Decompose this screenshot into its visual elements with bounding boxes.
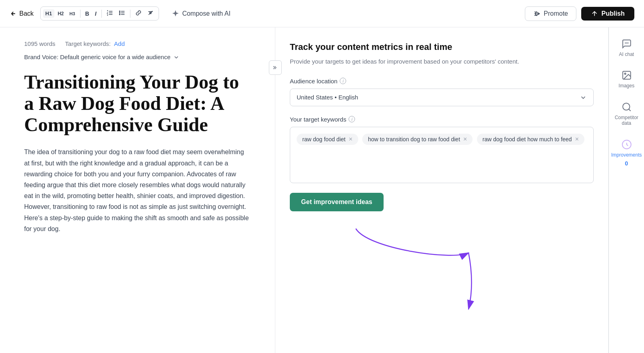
article-title[interactable]: Transitioning Your Dog to a Raw Dog Food… [24, 72, 251, 135]
h1-button[interactable]: H1 [43, 9, 55, 18]
chevron-down-icon [173, 54, 180, 60]
promote-icon [533, 10, 541, 17]
images-icon [621, 70, 632, 81]
competitor-data-label: Competitordata [615, 115, 638, 126]
compose-ai-button[interactable]: Compose with AI [165, 7, 237, 21]
audience-location-select[interactable]: United States • English [290, 89, 594, 106]
word-count: 1095 words [24, 40, 56, 47]
italic-button[interactable]: I [93, 9, 99, 18]
competitor-search-icon [621, 102, 632, 112]
article-body[interactable]: The idea of transitioning your dog to a … [24, 147, 251, 234]
sidebar-item-ai-chat[interactable]: AI chat [611, 34, 643, 62]
sidebar-item-improvements[interactable]: Improvements 0 [611, 134, 643, 171]
back-button[interactable]: Back [10, 10, 34, 17]
svg-point-5 [624, 73, 625, 74]
keywords-input-box[interactable]: raw dog food diet × how to transition do… [290, 127, 594, 183]
keyword-tag-3: raw dog food diet how much to feed × [477, 134, 584, 145]
add-keywords-link[interactable]: Add [114, 40, 125, 47]
chevron-down-icon [580, 94, 587, 101]
promote-label: Promote [544, 10, 568, 17]
target-keywords-label: Target keywords: [65, 40, 111, 47]
ai-chat-label: AI chat [619, 52, 634, 57]
divider2 [101, 10, 102, 18]
metrics-panel: Track your content metrics in real time … [275, 27, 609, 353]
sidebar-item-competitor-data[interactable]: Competitordata [611, 97, 643, 131]
back-label: Back [19, 10, 34, 17]
h3-button[interactable]: H3 [67, 10, 78, 17]
publish-icon [591, 10, 598, 17]
compose-label: Compose with AI [182, 10, 231, 17]
link-button[interactable] [133, 8, 144, 19]
right-section: Track your content metrics in real time … [275, 27, 644, 353]
unordered-list-button[interactable] [116, 8, 128, 19]
toolbar: Back H1 H2 H3 B I [0, 0, 644, 27]
location-value: United States • English [297, 94, 358, 101]
brand-voice-selector[interactable]: Brand Voice: Default generic voice for a… [24, 54, 251, 60]
images-label: Images [619, 83, 634, 89]
publish-button[interactable]: Publish [581, 7, 634, 21]
chevrons-right-icon [272, 65, 278, 70]
improvements-label: Improvements [611, 152, 642, 158]
get-improvement-ideas-button[interactable]: Get improvement ideas [290, 193, 384, 211]
bold-button[interactable]: B [83, 9, 92, 18]
format-group: H1 H2 H3 B I [40, 6, 159, 21]
metrics-title: Track your content metrics in real time [290, 42, 594, 52]
h2-button[interactable]: H2 [55, 10, 66, 18]
collapse-panel-button[interactable] [269, 60, 282, 75]
ai-chat-icon [621, 39, 632, 49]
divider3 [130, 10, 130, 18]
editor-meta: 1095 words Target keywords: Add [24, 40, 251, 47]
promote-button[interactable]: Promote [525, 6, 576, 21]
ordered-list-button[interactable] [104, 8, 116, 19]
target-keywords-field-label: Your target keywords i [290, 116, 594, 123]
clear-format-icon [147, 10, 154, 16]
brand-voice-label: Brand Voice: Default generic voice for a… [24, 54, 171, 60]
ordered-list-icon [107, 10, 113, 16]
target-keywords-meta: Target keywords: Add [65, 40, 125, 47]
target-keywords-info-icon[interactable]: i [349, 116, 355, 122]
back-arrow-icon [10, 10, 17, 17]
svg-point-6 [623, 103, 630, 110]
unordered-list-icon [119, 10, 125, 16]
keyword-tag-2: how to transition dog to raw food diet × [362, 134, 473, 145]
audience-location-label: Audience location i [290, 78, 594, 85]
improvements-icon [621, 139, 632, 150]
clear-format-button[interactable] [145, 8, 156, 19]
sparkle-icon [172, 10, 179, 17]
keyword-tag-1: raw dog food diet × [297, 134, 358, 145]
svg-point-1 [119, 12, 120, 13]
publish-label: Publish [601, 10, 625, 17]
svg-point-2 [119, 14, 120, 15]
sidebar-icons: AI chat Images Competitordata [609, 27, 644, 353]
improvements-count: 0 [625, 160, 628, 167]
divider [80, 10, 80, 18]
toolbar-left: Back H1 H2 H3 B I [10, 6, 518, 21]
editor-area[interactable]: 1095 words Target keywords: Add Brand Vo… [0, 27, 275, 353]
svg-line-7 [629, 109, 631, 111]
link-icon [135, 10, 142, 16]
keyword-2-remove[interactable]: × [463, 136, 467, 142]
keyword-3-remove[interactable]: × [575, 136, 579, 142]
toolbar-right: Promote Publish [525, 6, 634, 21]
audience-location-info-icon[interactable]: i [340, 78, 346, 84]
sidebar-item-images[interactable]: Images [611, 65, 643, 93]
main-content: 1095 words Target keywords: Add Brand Vo… [0, 27, 644, 353]
keyword-1-remove[interactable]: × [349, 136, 352, 142]
svg-point-0 [119, 11, 120, 12]
metrics-description: Provide your targets to get ideas for im… [290, 57, 594, 66]
